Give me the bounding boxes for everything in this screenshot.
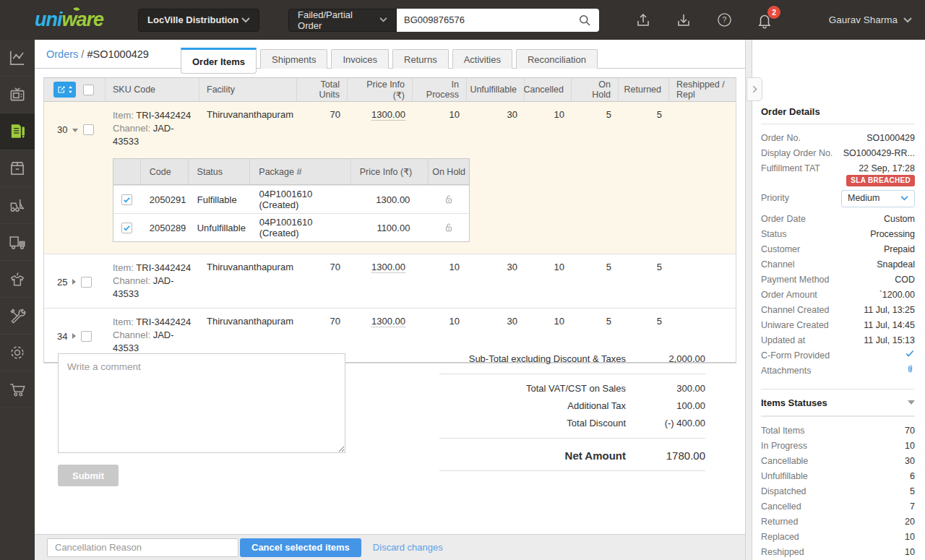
display-order-no-value: SO1000429-RR...	[843, 146, 915, 161]
submit-comment-button[interactable]: Submit	[58, 465, 119, 486]
order-amount-value: `1200.00	[879, 288, 915, 303]
help-icon[interactable]: ?	[715, 11, 733, 30]
header-in-process: In Process	[413, 78, 467, 101]
select-all-checkbox[interactable]	[83, 85, 94, 95]
vat-label: Total VAT/CST on Sales	[445, 380, 626, 397]
returned-cell: 5	[619, 102, 669, 155]
row-checkbox[interactable]	[81, 331, 92, 342]
row-checkbox[interactable]	[83, 124, 94, 135]
bulk-edit-button[interactable]	[53, 82, 76, 98]
uniware-created-label: Uniware Created	[761, 318, 829, 333]
status-label: Status	[761, 227, 786, 242]
tshirt-hanger-icon	[8, 270, 27, 288]
price-info-value[interactable]: 1300.00	[371, 109, 405, 121]
forklift-icon	[8, 196, 27, 215]
expand-row-icon[interactable]	[72, 279, 76, 285]
sub-price: 1100.00	[351, 223, 429, 233]
channel-created-label: Channel Created	[761, 303, 830, 318]
cancel-selected-items-button[interactable]: Cancel selected items	[240, 538, 361, 557]
sidebar-item-tools[interactable]	[0, 298, 35, 335]
status-row-label: Cancelled	[761, 499, 801, 514]
facility-cell: Thiruvananthapuram	[199, 102, 297, 155]
user-menu[interactable]: Gaurav Sharma	[829, 14, 912, 25]
logo-uni-text: uni	[35, 9, 62, 30]
sub-header-price: Price Info (₹)	[351, 159, 429, 184]
notifications-bell-icon[interactable]: 2	[755, 11, 774, 30]
upload-icon[interactable]	[634, 11, 653, 30]
total-units-cell: 70	[297, 254, 348, 308]
sub-row-checkbox-checked[interactable]	[121, 194, 132, 205]
sub-code: 2050291	[141, 194, 189, 205]
chevron-down-icon	[900, 196, 908, 201]
breadcrumb-orders-link[interactable]: Orders	[46, 48, 78, 60]
discount-label: Total Discount	[445, 415, 626, 432]
comment-textarea[interactable]	[58, 353, 345, 453]
tab-invoices[interactable]: Invoices	[331, 49, 389, 69]
unlock-icon[interactable]	[429, 221, 469, 234]
sub-price: 1300.00	[351, 194, 429, 205]
item-label: Item:	[113, 316, 134, 327]
price-info-value[interactable]: 1300.00	[371, 316, 405, 327]
header-on-hold: On Hold	[572, 78, 619, 101]
sidebar-item-orders[interactable]	[0, 113, 35, 150]
sub-header-code: Code	[141, 159, 189, 184]
tab-returns[interactable]: Returns	[392, 49, 449, 69]
order-no-value: SO1000429	[866, 131, 915, 146]
search-input[interactable]	[397, 14, 577, 25]
left-nav-sidebar	[0, 40, 35, 560]
priority-select[interactable]: Medium	[841, 190, 915, 207]
tab-shipments[interactable]: Shipments	[260, 49, 327, 69]
paperclip-icon[interactable]	[905, 363, 915, 379]
tab-order-items[interactable]: Order Items	[181, 48, 257, 74]
status-row-value: 10	[905, 530, 915, 545]
tab-reconciliation[interactable]: Reconciliation	[516, 49, 598, 69]
additional-tax-label: Additional Tax	[445, 397, 626, 415]
panel-collapse-toggle[interactable]	[747, 77, 762, 101]
header-sku-code: SKU Code	[106, 78, 199, 101]
channel-label: Channel:	[113, 329, 150, 340]
status-row-value: 7	[910, 499, 915, 514]
tab-activities[interactable]: Activities	[452, 49, 512, 69]
customer-label: Customer	[761, 242, 800, 257]
sub-row-checkbox-checked[interactable]	[121, 223, 132, 233]
row-checkbox[interactable]	[81, 277, 92, 288]
priority-label: Priority	[761, 191, 789, 206]
table-row: 30 Item: TRI-3442424 Channel: JAD-43533 …	[44, 102, 736, 155]
price-info-value[interactable]: 1300.00	[371, 262, 405, 273]
sub-status: Unfulfillable	[189, 223, 251, 233]
sidebar-item-fulfillment[interactable]	[0, 187, 35, 224]
sidebar-item-inventory[interactable]	[0, 150, 35, 187]
sidebar-item-settings[interactable]	[0, 335, 35, 371]
cancellation-reason-input[interactable]	[47, 538, 238, 557]
unlock-icon[interactable]	[429, 193, 469, 206]
collapse-section-icon[interactable]	[908, 400, 915, 405]
breadcrumb-current: #SO1000429	[87, 48, 148, 60]
sidebar-item-dashboard[interactable]	[0, 40, 35, 77]
price-info-cell: 1300.00	[348, 102, 413, 155]
search-type-dropdown[interactable]: Failed/Partial Order	[288, 9, 397, 32]
sidebar-item-channels[interactable]	[0, 77, 35, 113]
discard-changes-link[interactable]: Discard changes	[373, 542, 443, 553]
vat-row: Total VAT/CST on Sales 300.00	[439, 380, 705, 397]
item-label: Item:	[113, 262, 134, 273]
chevron-down-icon	[903, 17, 912, 23]
collapse-row-icon[interactable]	[72, 129, 78, 132]
item-detail-sub-table: Code Status Package # Price Info (₹) On …	[113, 158, 470, 242]
sidebar-item-dispatch[interactable]	[0, 224, 35, 261]
facility-selector[interactable]: LocVille Distribution	[138, 9, 259, 32]
payment-method-value: COD	[895, 272, 915, 288]
download-icon[interactable]	[674, 11, 693, 30]
sub-code: 2050289	[141, 223, 189, 233]
sidebar-item-catalog[interactable]	[0, 261, 35, 298]
updated-at-label: Updated at	[761, 333, 805, 348]
user-name: Gaurav Sharma	[829, 14, 898, 25]
table-row-expanded: 30 Item: TRI-3442424 Channel: JAD-43533 …	[44, 102, 736, 254]
search-icon[interactable]	[577, 13, 599, 27]
expand-row-icon[interactable]	[72, 333, 76, 339]
additional-tax-value: 100.00	[626, 397, 705, 415]
status-row-value: 10	[905, 439, 915, 454]
breadcrumb: Orders / #SO1000429	[46, 40, 149, 69]
tools-icon	[8, 306, 27, 325]
sidebar-item-purchase[interactable]	[0, 371, 35, 408]
status-row-label: Dispatched	[761, 484, 806, 499]
